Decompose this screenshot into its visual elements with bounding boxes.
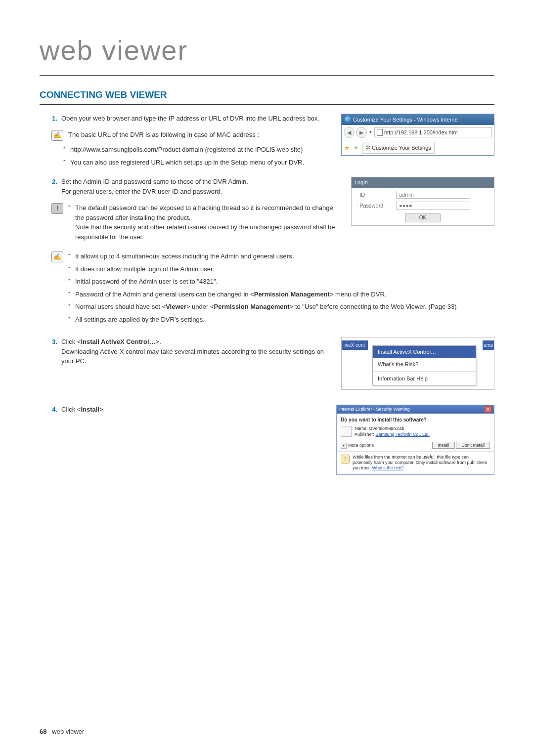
note1-item: http://www.samsungipolis.com/Product dom…: [63, 145, 494, 155]
publisher-link[interactable]: Samsung Techwin Co., Ltd.: [376, 432, 430, 437]
ie-icon: [345, 116, 351, 123]
step3-num: 3.: [52, 338, 57, 345]
note2-item: It allows up to 4 simultaneous access in…: [68, 252, 494, 261]
id-input[interactable]: [396, 191, 470, 199]
whats-risk-link[interactable]: What's the risk?: [372, 465, 404, 470]
step2-line1: Set the Admin ID and password same to th…: [61, 178, 248, 185]
activex-infobar-item[interactable]: Information Bar Help: [373, 373, 476, 385]
name-label: Name:: [355, 426, 368, 431]
browser-titlebar: Customize Your Settings - Windows Intern…: [342, 114, 494, 126]
page-title: web viewer: [40, 30, 494, 76]
dont-install-button[interactable]: Don't Install: [456, 442, 490, 449]
activex-behind-left: iveX cont: [342, 340, 368, 350]
note-icon: ✍: [51, 252, 63, 262]
ok-button[interactable]: OK: [405, 213, 441, 222]
step4-text-b: >.: [99, 406, 105, 413]
security-question: Do you want to install this software?: [337, 414, 494, 426]
warn2-text: The default password can be exposed to a…: [68, 203, 341, 242]
more-options-toggle[interactable]: ▾: [341, 443, 347, 449]
activex-install-item[interactable]: Install ActiveX Control…: [373, 346, 476, 358]
name-value: GVersionMan.cab: [369, 426, 404, 431]
activex-risk-item[interactable]: What's the Risk?: [373, 358, 476, 371]
shield-icon: !: [341, 455, 350, 463]
step3-bold: Install ActiveX Control…: [81, 338, 155, 345]
publisher-label: Publisher:: [355, 432, 374, 437]
step1-text: Open your web browser and type the IP ad…: [61, 114, 331, 124]
activex-popup: iveX cont ams Install ActiveX Control… W…: [341, 337, 494, 390]
security-warning-dialog: Internet Explorer - Security Warning × D…: [336, 405, 494, 475]
step4-bold: Install: [81, 406, 99, 413]
nav-dropdown[interactable]: ▾: [369, 129, 372, 136]
url-text: http://192.168.1.200/index.htm: [384, 128, 458, 137]
security-title: Internet Explorer - Security Warning: [339, 406, 410, 413]
more-options-label[interactable]: More options: [348, 442, 374, 449]
warning-icon: !: [51, 203, 63, 214]
close-button[interactable]: ×: [485, 406, 491, 413]
password-input[interactable]: [396, 202, 470, 210]
note2-item: All settings are applied by the DVR's se…: [68, 315, 494, 325]
file-icon: [341, 426, 352, 437]
note2-item: Password of the Admin and general users …: [68, 290, 494, 299]
browser-title: Customize Your Settings - Windows Intern…: [353, 116, 458, 124]
page-icon: [377, 129, 383, 136]
activex-menu: Install ActiveX Control… What's the Risk…: [372, 345, 476, 385]
password-label: · Password: [356, 202, 396, 210]
note-icon: ✍: [51, 130, 63, 141]
step3-line2: Downloading Active-X control may take se…: [61, 348, 324, 365]
step3-line1b: >.: [156, 338, 161, 345]
step2-line2: For general users, enter the DVR user ID…: [61, 188, 222, 195]
back-button[interactable]: ◀: [344, 127, 355, 138]
step4-num: 4.: [52, 406, 57, 413]
note1-intro: The basic URL of the DVR is as following…: [68, 130, 331, 140]
activex-behind-right: ams: [483, 340, 494, 350]
note2-item: Normal users should have set <Viewer> un…: [68, 302, 494, 312]
forward-button[interactable]: ▶: [356, 127, 367, 138]
login-header: Login: [352, 177, 494, 188]
note2-item: Initial password of the Admin user is se…: [68, 277, 494, 287]
login-box: Login · ID · Password OK: [351, 177, 494, 226]
step4-text-a: Click <: [61, 406, 81, 413]
security-warning-text: While files from the Internet can be use…: [353, 455, 490, 471]
section-heading: CONNECTING WEB VIEWER: [40, 88, 494, 105]
note1-item: You can also use registered URL which se…: [63, 158, 494, 168]
step3-line1a: Click <: [61, 338, 81, 345]
step2-num: 2.: [52, 178, 57, 185]
note2-item: It does not allow multiple login of the …: [68, 264, 494, 274]
address-bar[interactable]: http://192.168.1.200/index.htm: [374, 127, 492, 138]
install-button[interactable]: Install: [432, 442, 455, 449]
id-label: · ID: [356, 191, 396, 199]
step1-num: 1.: [52, 115, 57, 122]
